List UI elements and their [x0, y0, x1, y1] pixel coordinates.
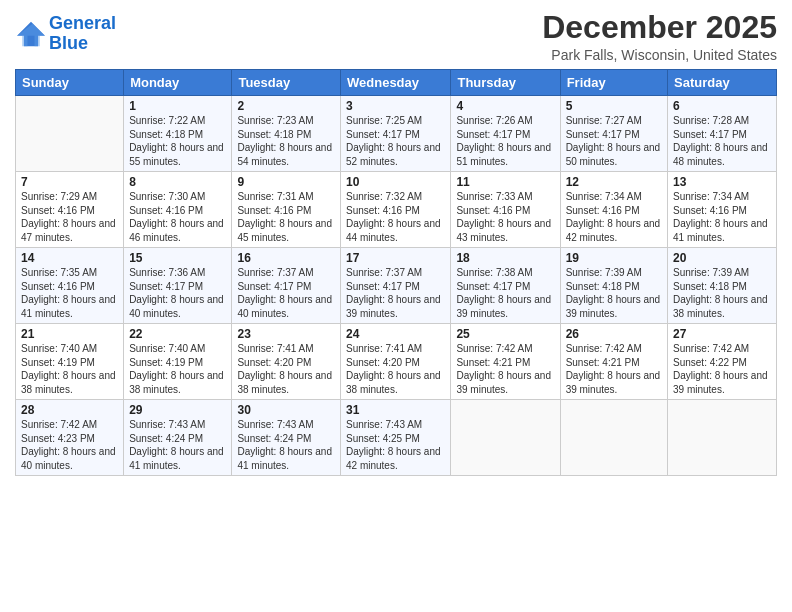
day-info: Sunrise: 7:39 AMSunset: 4:18 PMDaylight:… [566, 266, 662, 320]
calendar-cell [16, 96, 124, 172]
day-number: 1 [129, 99, 226, 113]
calendar-cell: 5Sunrise: 7:27 AMSunset: 4:17 PMDaylight… [560, 96, 667, 172]
calendar-cell: 9Sunrise: 7:31 AMSunset: 4:16 PMDaylight… [232, 172, 341, 248]
day-number: 8 [129, 175, 226, 189]
day-number: 6 [673, 99, 771, 113]
day-number: 2 [237, 99, 335, 113]
calendar-cell: 2Sunrise: 7:23 AMSunset: 4:18 PMDaylight… [232, 96, 341, 172]
week-row-1: 7Sunrise: 7:29 AMSunset: 4:16 PMDaylight… [16, 172, 777, 248]
day-header-friday: Friday [560, 70, 667, 96]
day-info: Sunrise: 7:40 AMSunset: 4:19 PMDaylight:… [21, 342, 118, 396]
day-number: 26 [566, 327, 662, 341]
day-number: 20 [673, 251, 771, 265]
calendar-cell: 22Sunrise: 7:40 AMSunset: 4:19 PMDayligh… [124, 324, 232, 400]
day-number: 25 [456, 327, 554, 341]
day-info: Sunrise: 7:43 AMSunset: 4:24 PMDaylight:… [237, 418, 335, 472]
day-info: Sunrise: 7:42 AMSunset: 4:23 PMDaylight:… [21, 418, 118, 472]
day-info: Sunrise: 7:35 AMSunset: 4:16 PMDaylight:… [21, 266, 118, 320]
logo: General Blue [15, 14, 116, 54]
day-headers-row: SundayMondayTuesdayWednesdayThursdayFrid… [16, 70, 777, 96]
calendar-cell [560, 400, 667, 476]
day-number: 15 [129, 251, 226, 265]
calendar-cell [451, 400, 560, 476]
day-header-sunday: Sunday [16, 70, 124, 96]
day-info: Sunrise: 7:30 AMSunset: 4:16 PMDaylight:… [129, 190, 226, 244]
day-info: Sunrise: 7:39 AMSunset: 4:18 PMDaylight:… [673, 266, 771, 320]
day-number: 3 [346, 99, 445, 113]
day-number: 27 [673, 327, 771, 341]
calendar-cell: 12Sunrise: 7:34 AMSunset: 4:16 PMDayligh… [560, 172, 667, 248]
day-info: Sunrise: 7:33 AMSunset: 4:16 PMDaylight:… [456, 190, 554, 244]
day-number: 17 [346, 251, 445, 265]
day-info: Sunrise: 7:34 AMSunset: 4:16 PMDaylight:… [673, 190, 771, 244]
day-info: Sunrise: 7:42 AMSunset: 4:21 PMDaylight:… [566, 342, 662, 396]
calendar-cell: 24Sunrise: 7:41 AMSunset: 4:20 PMDayligh… [341, 324, 451, 400]
day-header-thursday: Thursday [451, 70, 560, 96]
calendar-header: SundayMondayTuesdayWednesdayThursdayFrid… [16, 70, 777, 96]
calendar-cell: 16Sunrise: 7:37 AMSunset: 4:17 PMDayligh… [232, 248, 341, 324]
day-header-monday: Monday [124, 70, 232, 96]
day-number: 4 [456, 99, 554, 113]
day-number: 19 [566, 251, 662, 265]
calendar-cell: 4Sunrise: 7:26 AMSunset: 4:17 PMDaylight… [451, 96, 560, 172]
day-number: 24 [346, 327, 445, 341]
calendar-cell: 21Sunrise: 7:40 AMSunset: 4:19 PMDayligh… [16, 324, 124, 400]
day-number: 5 [566, 99, 662, 113]
day-number: 22 [129, 327, 226, 341]
day-info: Sunrise: 7:27 AMSunset: 4:17 PMDaylight:… [566, 114, 662, 168]
day-number: 10 [346, 175, 445, 189]
day-header-wednesday: Wednesday [341, 70, 451, 96]
page: General Blue December 2025 Park Falls, W… [0, 0, 792, 612]
logo-general: General [49, 13, 116, 33]
subtitle: Park Falls, Wisconsin, United States [542, 47, 777, 63]
calendar-cell: 1Sunrise: 7:22 AMSunset: 4:18 PMDaylight… [124, 96, 232, 172]
logo-text: General Blue [49, 14, 116, 54]
day-info: Sunrise: 7:28 AMSunset: 4:17 PMDaylight:… [673, 114, 771, 168]
calendar-cell: 29Sunrise: 7:43 AMSunset: 4:24 PMDayligh… [124, 400, 232, 476]
day-info: Sunrise: 7:23 AMSunset: 4:18 PMDaylight:… [237, 114, 335, 168]
day-info: Sunrise: 7:25 AMSunset: 4:17 PMDaylight:… [346, 114, 445, 168]
calendar-cell: 27Sunrise: 7:42 AMSunset: 4:22 PMDayligh… [668, 324, 777, 400]
calendar-cell: 15Sunrise: 7:36 AMSunset: 4:17 PMDayligh… [124, 248, 232, 324]
calendar: SundayMondayTuesdayWednesdayThursdayFrid… [15, 69, 777, 476]
day-info: Sunrise: 7:34 AMSunset: 4:16 PMDaylight:… [566, 190, 662, 244]
day-info: Sunrise: 7:40 AMSunset: 4:19 PMDaylight:… [129, 342, 226, 396]
day-number: 7 [21, 175, 118, 189]
week-row-2: 14Sunrise: 7:35 AMSunset: 4:16 PMDayligh… [16, 248, 777, 324]
calendar-cell: 11Sunrise: 7:33 AMSunset: 4:16 PMDayligh… [451, 172, 560, 248]
calendar-cell: 19Sunrise: 7:39 AMSunset: 4:18 PMDayligh… [560, 248, 667, 324]
day-info: Sunrise: 7:31 AMSunset: 4:16 PMDaylight:… [237, 190, 335, 244]
day-number: 18 [456, 251, 554, 265]
week-row-3: 21Sunrise: 7:40 AMSunset: 4:19 PMDayligh… [16, 324, 777, 400]
day-number: 23 [237, 327, 335, 341]
week-row-4: 28Sunrise: 7:42 AMSunset: 4:23 PMDayligh… [16, 400, 777, 476]
calendar-cell: 8Sunrise: 7:30 AMSunset: 4:16 PMDaylight… [124, 172, 232, 248]
calendar-cell: 26Sunrise: 7:42 AMSunset: 4:21 PMDayligh… [560, 324, 667, 400]
calendar-cell: 18Sunrise: 7:38 AMSunset: 4:17 PMDayligh… [451, 248, 560, 324]
calendar-cell: 25Sunrise: 7:42 AMSunset: 4:21 PMDayligh… [451, 324, 560, 400]
day-number: 30 [237, 403, 335, 417]
calendar-cell: 14Sunrise: 7:35 AMSunset: 4:16 PMDayligh… [16, 248, 124, 324]
day-info: Sunrise: 7:36 AMSunset: 4:17 PMDaylight:… [129, 266, 226, 320]
calendar-cell: 23Sunrise: 7:41 AMSunset: 4:20 PMDayligh… [232, 324, 341, 400]
calendar-cell: 31Sunrise: 7:43 AMSunset: 4:25 PMDayligh… [341, 400, 451, 476]
calendar-cell: 6Sunrise: 7:28 AMSunset: 4:17 PMDaylight… [668, 96, 777, 172]
day-number: 9 [237, 175, 335, 189]
calendar-cell: 13Sunrise: 7:34 AMSunset: 4:16 PMDayligh… [668, 172, 777, 248]
day-info: Sunrise: 7:41 AMSunset: 4:20 PMDaylight:… [237, 342, 335, 396]
calendar-cell: 7Sunrise: 7:29 AMSunset: 4:16 PMDaylight… [16, 172, 124, 248]
calendar-cell: 17Sunrise: 7:37 AMSunset: 4:17 PMDayligh… [341, 248, 451, 324]
title-block: December 2025 Park Falls, Wisconsin, Uni… [542, 10, 777, 63]
calendar-cell: 28Sunrise: 7:42 AMSunset: 4:23 PMDayligh… [16, 400, 124, 476]
day-number: 21 [21, 327, 118, 341]
calendar-cell [668, 400, 777, 476]
day-number: 31 [346, 403, 445, 417]
day-info: Sunrise: 7:43 AMSunset: 4:24 PMDaylight:… [129, 418, 226, 472]
day-number: 14 [21, 251, 118, 265]
calendar-cell: 20Sunrise: 7:39 AMSunset: 4:18 PMDayligh… [668, 248, 777, 324]
day-header-saturday: Saturday [668, 70, 777, 96]
day-number: 16 [237, 251, 335, 265]
day-info: Sunrise: 7:29 AMSunset: 4:16 PMDaylight:… [21, 190, 118, 244]
day-number: 11 [456, 175, 554, 189]
day-info: Sunrise: 7:37 AMSunset: 4:17 PMDaylight:… [346, 266, 445, 320]
